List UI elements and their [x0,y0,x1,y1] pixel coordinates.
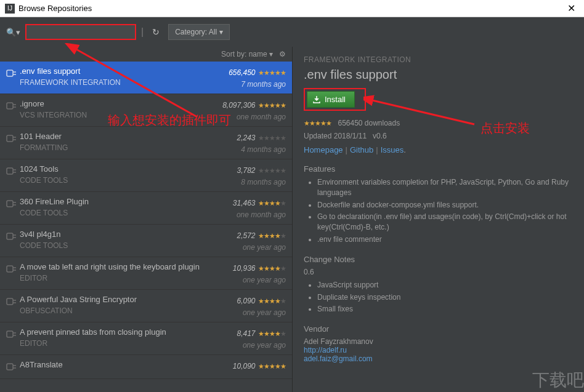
plugin-rating: ★★★★★ [258,362,286,370]
plugin-name: 360 FireLine Plugin [20,197,212,206]
plugin-date: one month ago [212,113,286,121]
plugin-date: one year ago [212,341,286,350]
plugin-date: one year ago [212,243,286,252]
link-homepage[interactable]: Homepage [304,145,343,154]
svg-rect-18 [7,266,13,272]
vendor-heading: Vendor [304,324,573,334]
plugin-name: A8Translate [20,360,212,369]
plugin-item[interactable]: A Powerful Java String EncryptorOBFUSCAT… [0,290,292,322]
changes-body: JavaScript supportDuplicate keys inspect… [304,280,573,314]
plugin-item[interactable]: A8Translate10,090 ★★★★★ [0,355,292,379]
plugin-item[interactable]: A move tab left and right using the keyb… [0,257,292,290]
plugin-category: OBFUSCATION [20,306,212,315]
plugin-icon [4,132,20,154]
plugin-category: FORMATTING [20,143,212,152]
plugin-category: VCS INTEGRATION [20,111,212,119]
link-issues[interactable]: Issues [381,145,404,154]
plugin-category: EDITOR [20,274,212,282]
features-body: Environment variables completion for PHP… [304,177,573,245]
plugin-name: A move tab left and right using the keyb… [20,262,212,271]
search-icon[interactable]: 🔍▾ [6,28,20,37]
plugin-name: A Powerful Java String Encryptor [20,295,212,304]
svg-rect-9 [7,168,13,174]
detail-rating: ★★★★★ 656450 downloads [304,117,573,128]
svg-rect-15 [7,233,13,239]
plugin-downloads: 31,463 [233,199,256,207]
gear-icon[interactable]: ⚙ [279,50,286,58]
plugin-rating: ★★★★★ [258,167,286,175]
plugin-list-pane: Sort by: name ▾ ⚙ .env files supportFRAM… [0,47,293,392]
titlebar: IJ Browse Repositories ✕ [0,0,584,17]
plugin-category: FRAMEWORK INTEGRATION [20,78,212,87]
features-heading: Features [304,164,573,174]
vendor-mail[interactable]: adel.faiz@gmail.com [304,354,373,363]
plugin-category: EDITOR [20,339,212,348]
plugin-item[interactable]: 360 FireLine PluginCODE TOOLS31,463 ★★★★… [0,192,292,225]
plugin-rating: ★★★★★ [258,102,286,110]
refresh-icon[interactable]: ↻ [148,25,163,39]
plugin-item[interactable]: 3v4l pl4g1nCODE TOOLS2,572 ★★★★★one year… [0,225,292,257]
plugin-rating: ★★★★★ [258,330,286,338]
plugin-name: A prevent pinned tabs from closing plugi… [20,327,212,337]
vendor-url[interactable]: http://adelf.ru [304,346,347,354]
close-icon[interactable]: ✕ [564,2,579,14]
change-item: Duplicate keys inspection [317,292,573,303]
search-input[interactable] [25,24,136,40]
vendor-name: Adel Fayzrakhmanov [304,337,573,346]
plugin-item[interactable]: A prevent pinned tabs from closing plugi… [0,322,292,355]
plugin-date: one month ago [212,210,286,219]
plugin-downloads: 2,572 [237,231,256,240]
detail-pane: FRAMEWORK INTEGRATION .env files support… [293,47,584,392]
sort-dropdown[interactable]: Sort by: name ▾ [221,50,273,58]
feature-item: .env file commenter [317,234,573,245]
svg-rect-12 [7,201,13,207]
plugin-downloads: 10,090 [233,362,256,370]
svg-rect-0 [7,70,13,76]
plugin-rating: ★★★★★ [258,232,286,240]
sortbar: Sort by: name ▾ ⚙ [0,47,292,62]
detail-downloads: 656450 downloads [338,119,400,127]
plugin-rating: ★★★★★ [258,199,286,207]
plugin-icon [4,295,20,317]
plugin-date: 4 months ago [212,145,286,154]
plugin-date: one year ago [212,276,286,284]
change-item: Small fixes [317,304,573,314]
plugin-category: CODE TOOLS [20,241,212,250]
plugin-icon [4,66,20,89]
app-icon: IJ [5,4,15,14]
svg-rect-6 [7,135,13,142]
plugin-name: .ignore [20,99,212,108]
plugin-item[interactable]: .ignoreVCS INTEGRATION8,097,306 ★★★★★one… [0,94,292,127]
plugin-item[interactable]: .env files supportFRAMEWORK INTEGRATION6… [0,62,292,94]
changes-version: 0.6 [304,268,573,276]
plugin-downloads: 8,097,306 [222,101,255,110]
plugin-downloads: 6,090 [237,297,256,305]
plugin-category: CODE TOOLS [20,209,212,217]
plugin-item[interactable]: 101 HeaderFORMATTING2,243 ★★★★★4 months … [0,127,292,159]
svg-rect-3 [7,103,13,109]
detail-updated: Updated 2018/1/11 v0.6 [304,132,573,140]
plugin-downloads: 3,782 [237,166,256,175]
plugin-rating: ★★★★★ [258,134,286,142]
detail-links: Homepage|Github|Issues. [304,145,573,154]
search-sep: | [141,26,144,38]
toolbar: 🔍▾ | ↻ Category: All ▾ [0,17,584,47]
svg-rect-27 [7,364,13,370]
plugin-date: one year ago [212,308,286,317]
plugin-downloads: 10,936 [233,264,256,273]
download-icon [312,95,321,104]
install-label: Install [325,95,346,104]
plugin-downloads: 656,450 [229,68,255,77]
plugin-rating: ★★★★★ [258,69,286,77]
category-dropdown[interactable]: Category: All ▾ [168,24,229,40]
install-button[interactable]: Install [307,91,355,108]
feature-item: Go to declaration(in .env file) and usag… [317,212,573,233]
plugin-name: 1024 Tools [20,164,212,174]
plugin-icon [4,360,20,374]
plugin-downloads: 8,417 [237,329,256,338]
svg-rect-21 [7,298,13,305]
link-github[interactable]: Github [350,145,373,154]
plugin-item[interactable]: 1024 ToolsCODE TOOLS3,782 ★★★★★8 months … [0,159,292,192]
plugin-date: 8 months ago [212,178,286,186]
plugin-icon [4,99,20,121]
